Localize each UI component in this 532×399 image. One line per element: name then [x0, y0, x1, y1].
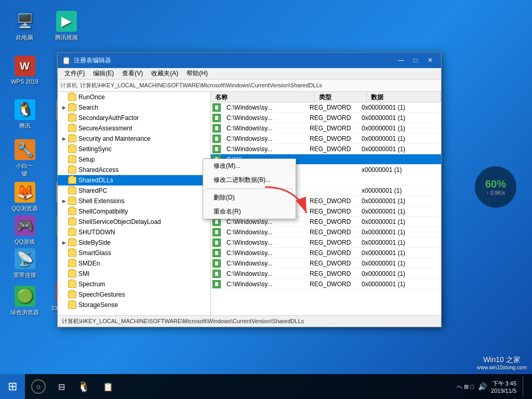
tree-item-settingsync[interactable]: SettingSync [58, 144, 210, 154]
desktop-icon-qq-game[interactable]: 🎮 QQ游戏 [5, 215, 44, 246]
tree-arrow: ▶ [60, 103, 68, 112]
tree-item-search[interactable]: ▶ Search [58, 102, 210, 113]
qq-game-icon: 🎮 [15, 215, 35, 236]
tree-item-setup[interactable]: Setup [58, 154, 210, 165]
taskview-icon: ⊟ [58, 382, 65, 392]
tree-item-sidebyside[interactable]: ▶ SideBySide [58, 237, 210, 248]
ctx-delete[interactable]: 删除(D) [203, 191, 296, 205]
start-button[interactable]: ⊞ [0, 374, 25, 399]
tree-item-smartglass[interactable]: SmartGlass [58, 248, 210, 258]
regedit-statusbar: 计算机\HKEY_LOCAL_MACHINE\SOFTWARE\Microsof… [58, 315, 441, 327]
tree-arrow [60, 249, 68, 257]
tree-item-shareddlls[interactable]: SharedDLLs [58, 175, 210, 185]
desktop-icon-wps[interactable]: W WPS 2019 [5, 49, 44, 91]
tencent-label: 腾讯 [19, 122, 31, 130]
value-type: REG_DWORD [305, 270, 357, 277]
value-data: x00000001 (1) [357, 187, 406, 194]
maximize-button[interactable]: □ [409, 55, 422, 65]
taskbar: ⊞ ○ ⊟ 🐧 📋 へ ⊞ □ 🔊 下午 3:45 2019/11/5 [0, 374, 532, 399]
taskbar-taskview[interactable]: ⊟ [52, 374, 71, 399]
desktop-icon-green-browser[interactable]: 🟢 绿色浏览器 [5, 282, 44, 320]
value-name: C:\Windows\sy... [222, 135, 305, 142]
taskbar-cortana[interactable]: ○ [25, 374, 52, 399]
tree-item-shell-extensions[interactable]: ▶ Shell Extensions [58, 196, 210, 206]
show-desktop-button[interactable] [523, 376, 527, 397]
value-type: REG_DWORD [305, 281, 357, 288]
network-tray-icon[interactable]: 🔊 [478, 382, 487, 391]
address-path[interactable]: 计算机\HKEY_LOCAL_MACHINE\SOFTWARE\Microsof… [80, 82, 322, 89]
value-row[interactable]: C:\Windows\sy... REG_DWORD 0x00000001 (1… [211, 248, 441, 258]
tree-item-shutdown[interactable]: SHUTDOWN [58, 227, 210, 237]
folder-icon [68, 177, 76, 184]
tree-item-smden[interactable]: SMDEn [58, 258, 210, 269]
menu-view[interactable]: 查看(V) [118, 68, 147, 79]
value-row[interactable]: C:\Windows\sy... REG_DWORD 0x00000001 (1… [211, 123, 441, 134]
computer-label: 此电脑 [16, 34, 33, 42]
wps-label: WPS 2019 [11, 78, 38, 85]
broadband-label: 宽带连接 [14, 271, 36, 279]
menu-favorites[interactable]: 收藏夹(A) [147, 68, 182, 79]
tree-arrow [60, 114, 68, 122]
menu-edit[interactable]: 编辑(E) [89, 68, 118, 79]
clock-date: 2019/11/5 [491, 388, 516, 394]
desktop-icon-xiaobai[interactable]: 🔧 小白一键 [5, 138, 44, 179]
tree-item-sharedaccess[interactable]: SharedAccess [58, 165, 210, 175]
desktop-icon-broadband[interactable]: 📡 宽带连接 [5, 248, 44, 279]
tree-item-secure[interactable]: SecureAssessment [58, 123, 210, 134]
folder-icon [68, 239, 76, 246]
tree-item-shellcompat[interactable]: ShellCompatibility [58, 206, 210, 217]
taskbar-qq[interactable]: 🐧 [71, 374, 97, 399]
tree-label: SideBySide [78, 239, 111, 246]
tree-scroll[interactable]: RunOnce ▶ Search SecondaryAuthFactor [58, 92, 210, 315]
value-row[interactable]: C:\Windows\sy... REG_DWORD 0x00000001 (1… [211, 269, 441, 279]
ctx-modify-binary[interactable]: 修改二进制数据(B)... [203, 173, 296, 187]
tencent-video-icon: ▶ [56, 11, 77, 32]
desktop-icon-computer[interactable]: 🖥️ 此电脑 [5, 5, 44, 47]
ctx-rename[interactable]: 重命名(R) [203, 205, 296, 219]
value-row[interactable]: C:\Windows\sy... REG_DWORD 0x00000001 (1… [211, 113, 441, 123]
tree-item-smi[interactable]: SMI [58, 269, 210, 279]
folder-icon [68, 156, 76, 163]
value-row[interactable]: C:\Windows\sy... REG_DWORD 0x00000001 (1… [211, 134, 441, 144]
value-row[interactable]: C:\Windows\sy... REG_DWORD 0x00000001 (1… [211, 102, 441, 113]
tree-arrow: ▶ [60, 238, 68, 247]
taskbar-regedit-pinned[interactable]: 📋 [97, 374, 119, 399]
tree-item-secondary[interactable]: SecondaryAuthFactor [58, 113, 210, 123]
desktop-icon-tencent-video[interactable]: ▶ 腾讯视频 [47, 5, 86, 47]
tree-item-sharedpc[interactable]: SharedPC [58, 185, 210, 196]
regedit-title: 注册表编辑器 [74, 56, 394, 65]
value-data: 0x00000001 (1) [357, 135, 409, 142]
value-data: 0x00000001 (1) [357, 197, 409, 205]
value-data: 0x00000001 (1) [357, 239, 409, 246]
value-type-icon [212, 135, 221, 143]
value-row[interactable]: C:\Windows\sy... REG_DWORD 0x00000001 (1… [211, 227, 441, 237]
tree-item-spectrum[interactable]: Spectrum [58, 279, 210, 289]
value-row[interactable]: C:\Windows\sy... REG_DWORD 0x00000001 (1… [211, 258, 441, 269]
tree-item-shellservice[interactable]: ShellServiceObjectDelayLoad [58, 217, 210, 227]
tray-icons[interactable]: へ ⊞ □ [457, 383, 474, 391]
qq-browser-icon: 🦊 [15, 182, 35, 203]
folder-icon [68, 145, 76, 153]
tree-item-storagesense[interactable]: StorageSense [58, 300, 210, 310]
value-row[interactable]: C:\Windows\sy... REG_DWORD 0x00000001 (1… [211, 279, 441, 289]
close-button[interactable]: ✕ [423, 55, 437, 65]
minimize-button[interactable]: — [394, 55, 408, 65]
folder-icon [68, 218, 76, 225]
speed-percent: 60% [485, 178, 506, 190]
tree-item-security-maintenance[interactable]: ▶ Security and Maintenance [58, 134, 210, 144]
ctx-modify[interactable]: 修改(M)... [203, 159, 296, 173]
value-row[interactable]: C:\Windows\sy... REG_DWORD 0x00000001 (1… [211, 144, 441, 154]
value-row[interactable]: C:\Windows\sy... REG_DWORD 0x00000001 (1… [211, 237, 441, 248]
regedit-addressbar: 计算机 计算机\HKEY_LOCAL_MACHINE\SOFTWARE\Micr… [58, 79, 441, 92]
menu-help[interactable]: 帮助(H) [182, 68, 212, 79]
folder-icon [68, 249, 76, 257]
tree-label: SettingSync [78, 145, 112, 153]
tree-item-speechgestures[interactable]: SpeechGestures [58, 289, 210, 300]
tree-label: ShellCompatibility [78, 208, 128, 215]
menu-file[interactable]: 文件(F) [60, 68, 89, 79]
desktop-icon-tencent[interactable]: 🐧 腾讯 [5, 94, 44, 135]
tree-item-runonce[interactable]: RunOnce [58, 92, 210, 102]
desktop-icon-qq-browser[interactable]: 🦊 QQ浏览器 [5, 182, 44, 212]
regedit-titlebar: 📋 注册表编辑器 — □ ✕ [58, 52, 441, 68]
tree-label: SMI [78, 270, 89, 277]
